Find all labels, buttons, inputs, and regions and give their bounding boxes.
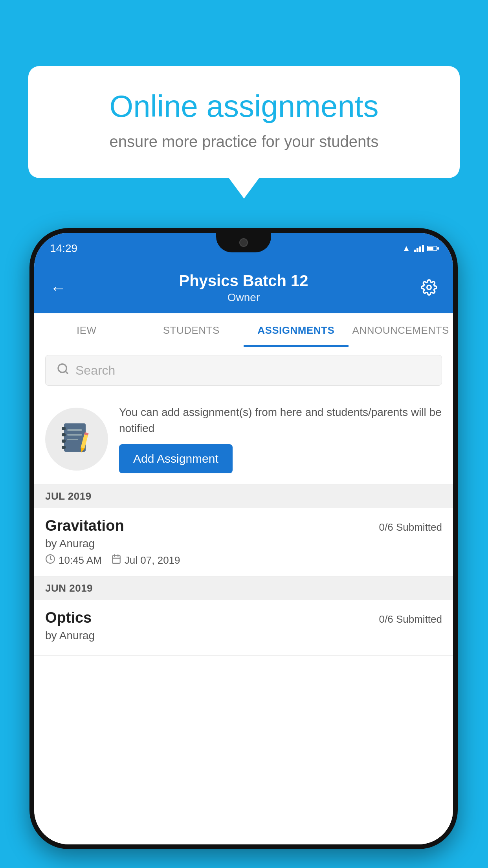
svg-line-2: [65, 371, 68, 373]
svg-rect-5: [62, 433, 66, 436]
svg-point-0: [427, 285, 431, 289]
speech-bubble-container: Online assignments ensure more practice …: [28, 66, 460, 178]
assignment-date: Jul 07, 2019: [111, 554, 180, 567]
phone-content: Search: [34, 347, 453, 844]
promo-description: You can add assignment(s) from here and …: [119, 405, 442, 436]
status-bar: 14:29 ▲: [34, 233, 453, 264]
signal-icon: [414, 245, 424, 252]
status-time: 14:29: [50, 242, 77, 255]
section-header-jun: JUN 2019: [34, 577, 453, 600]
svg-rect-7: [62, 446, 66, 449]
tab-iew[interactable]: IEW: [34, 313, 139, 347]
assignment-name-optics: Optics: [45, 609, 92, 626]
svg-rect-10: [67, 439, 78, 440]
tab-bar: IEW STUDENTS ASSIGNMENTS ANNOUNCEMENTS: [34, 313, 453, 347]
assignment-item-gravitation[interactable]: Gravitation 0/6 Submitted by Anurag 10:4…: [34, 508, 453, 577]
add-assignment-button[interactable]: Add Assignment: [119, 444, 233, 473]
phone-screen: 14:29 ▲ ←: [34, 233, 453, 844]
search-container: Search: [34, 347, 453, 394]
tab-announcements[interactable]: ANNOUNCEMENTS: [349, 313, 453, 347]
tab-students[interactable]: STUDENTS: [139, 313, 244, 347]
assignment-by: by Anurag: [45, 537, 442, 550]
assignment-time: 10:45 AM: [45, 554, 102, 567]
batch-subtitle: Owner: [66, 291, 421, 304]
tab-assignments[interactable]: ASSIGNMENTS: [244, 313, 349, 347]
calendar-icon: [111, 554, 121, 567]
settings-button[interactable]: [421, 279, 437, 297]
bubble-title: Online assignments: [60, 90, 428, 123]
notebook-icon: [61, 421, 92, 457]
batch-title: Physics Batch 12: [66, 272, 421, 290]
clock-icon: [45, 554, 55, 567]
svg-rect-6: [62, 440, 66, 443]
assignment-name: Gravitation: [45, 517, 124, 534]
search-bar[interactable]: Search: [45, 355, 442, 386]
header-title-block: Physics Batch 12 Owner: [66, 272, 421, 304]
search-placeholder: Search: [75, 363, 115, 378]
time-value: 10:45 AM: [59, 554, 102, 566]
promo-text: You can add assignment(s) from here and …: [119, 405, 442, 473]
svg-rect-8: [67, 429, 82, 431]
app-header: ← Physics Batch 12 Owner: [34, 264, 453, 313]
search-icon: [57, 362, 69, 378]
speech-bubble: Online assignments ensure more practice …: [28, 66, 460, 178]
assignment-top-row-optics: Optics 0/6 Submitted: [45, 609, 442, 626]
svg-rect-4: [62, 427, 66, 430]
camera-notch: [239, 238, 248, 247]
date-value: Jul 07, 2019: [125, 554, 180, 566]
assignment-submitted-optics: 0/6 Submitted: [379, 613, 442, 625]
promo-section: You can add assignment(s) from here and …: [34, 394, 453, 485]
back-button[interactable]: ←: [50, 280, 66, 296]
section-header-jul: JUL 2019: [34, 485, 453, 508]
assignment-meta: 10:45 AM Jul 07, 2019: [45, 554, 442, 567]
phone-frame: 14:29 ▲ ←: [29, 228, 458, 849]
svg-rect-9: [67, 434, 82, 436]
status-icons: ▲: [402, 243, 437, 254]
assignment-by-optics: by Anurag: [45, 629, 442, 642]
notch: [216, 233, 271, 252]
assignment-submitted: 0/6 Submitted: [379, 521, 442, 533]
battery-icon: [427, 246, 437, 251]
bubble-subtitle: ensure more practice for your students: [60, 133, 428, 151]
wifi-icon: ▲: [402, 243, 411, 254]
assignment-item-optics[interactable]: Optics 0/6 Submitted by Anurag: [34, 600, 453, 656]
assignment-top-row: Gravitation 0/6 Submitted: [45, 517, 442, 534]
svg-rect-15: [112, 556, 120, 564]
promo-icon-circle: [45, 408, 108, 471]
